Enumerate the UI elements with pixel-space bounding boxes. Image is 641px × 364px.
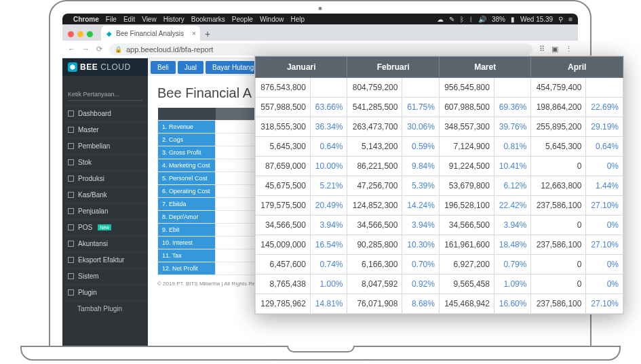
sidebar-item-label: Plugin — [78, 289, 97, 296]
checkbox-icon — [68, 289, 74, 296]
cell-value: 5,143,200 — [347, 137, 402, 157]
cell-value: 237,586,100 — [531, 235, 586, 255]
cell-percent: 10.30% — [402, 235, 440, 255]
cell-percent: 0.79% — [494, 255, 531, 275]
extension-icon[interactable]: ▣ — [551, 45, 558, 54]
cell-value: 179,575,500 — [256, 196, 311, 216]
tray-icon[interactable]: ☁ — [437, 16, 444, 23]
tab-jual[interactable]: Jual — [178, 61, 203, 74]
metric-label: 4. Marketing Cost — [158, 159, 216, 172]
metric-label: 7. Ebitda — [158, 198, 216, 211]
cell-value: 607,988,500 — [439, 98, 494, 117]
sidebar-item-kasbank[interactable]: Kas/Bank — [62, 186, 148, 203]
metric-label: 11. Tax — [158, 249, 216, 262]
logo-icon: ⬢ — [68, 62, 77, 72]
sidebar-item-sistem[interactable]: Sistem — [62, 268, 148, 284]
checkbox-icon — [68, 224, 74, 230]
sidebar-item-label: Eksport Efaktur — [78, 256, 124, 264]
spotlight-icon[interactable]: ⚲ — [558, 16, 563, 23]
cell-percent: 39.76% — [494, 117, 531, 137]
checkbox-icon — [68, 110, 74, 117]
address-bar[interactable]: 🔒 app.beecloud.id/bfa-report — [109, 43, 532, 56]
reload-button[interactable]: ⟳ — [96, 45, 102, 54]
tray-icon[interactable]: ✎ — [449, 16, 454, 23]
chrome-menu-icon[interactable]: ⋮ — [565, 45, 572, 54]
cell-percent: 1.00% — [310, 275, 347, 294]
cell-value: 34,566,500 — [256, 216, 311, 235]
financial-table: JanuariFebruariMaretApril 876,543,800804… — [255, 56, 623, 314]
menu-file[interactable]: File — [106, 16, 117, 23]
bluetooth-icon[interactable]: ᛒ — [460, 16, 464, 23]
back-button[interactable]: ← — [68, 45, 75, 54]
sidebar-item-stok[interactable]: Stok — [62, 154, 148, 170]
chrome-tabstrip: ◆ Bee Financial Analysis × + — [62, 24, 578, 41]
cell-percent: 16.54% — [310, 235, 347, 255]
notif-icon[interactable]: ≡ — [568, 16, 572, 23]
cell-value: 876,543,800 — [256, 78, 311, 98]
sidebar-item-produksi[interactable]: Produksi — [62, 170, 148, 186]
maximize-icon[interactable] — [87, 31, 93, 37]
brand-logo[interactable]: ⬢ BEECLOUD — [62, 58, 148, 76]
menu-help[interactable]: Help — [291, 16, 305, 23]
menu-people[interactable]: People — [232, 16, 253, 23]
sidebar-subitem-tambah-plugin[interactable]: Tambah Plugin — [62, 300, 148, 317]
checkbox-icon — [68, 241, 74, 247]
cell-value: 145,468,942 — [439, 294, 494, 314]
translate-icon[interactable]: ⠿ — [539, 45, 545, 54]
cell-percent: 5.21% — [310, 176, 347, 196]
browser-tab[interactable]: ◆ Bee Financial Analysis × — [101, 26, 200, 41]
cell-value: 5,645,300 — [256, 137, 311, 157]
cell-value: 34,566,500 — [347, 216, 402, 235]
cell-percent: 0% — [586, 157, 623, 176]
battery-pct: 38% — [492, 16, 505, 23]
battery-icon[interactable]: ▮ — [511, 16, 515, 23]
menu-edit[interactable]: Edit — [123, 16, 135, 23]
sidebar-item-akuntansi[interactable]: Akuntansi — [62, 235, 148, 251]
cell-value: 318,555,300 — [256, 117, 311, 137]
cell-value: 198,864,200 — [531, 98, 586, 117]
close-icon[interactable] — [68, 31, 74, 37]
menu-app[interactable]: Chrome — [73, 16, 99, 23]
menu-view[interactable]: View — [142, 16, 157, 23]
menu-window[interactable]: Window — [260, 16, 284, 23]
tab-close-icon[interactable]: × — [192, 29, 196, 37]
cell-value: 8,047,592 — [347, 275, 402, 294]
sidebar-item-eksportefaktur[interactable]: Eksport Efaktur — [62, 251, 148, 268]
cell-percent: 0.81% — [494, 137, 531, 157]
menu-history[interactable]: History — [163, 16, 184, 23]
tab-title: Bee Financial Analysis — [116, 30, 184, 37]
checkbox-icon — [68, 176, 74, 182]
cell-percent: 63.66% — [310, 98, 347, 117]
sidebar-item-penjualan[interactable]: Penjualan — [62, 203, 148, 219]
wifi-icon[interactable]: ⧙ — [469, 16, 473, 23]
volume-icon[interactable]: 🔊 — [478, 16, 486, 23]
tab-bayar-hutang[interactable]: Bayar Hutang — [206, 61, 260, 74]
sidebar-item-pembelian[interactable]: Pembelian — [62, 138, 148, 154]
sidebar-item-dashboard[interactable]: Dashboard — [62, 105, 148, 121]
cell-value: 76,071,908 — [347, 294, 402, 314]
sidebar-item-label: Sistem — [78, 272, 99, 280]
forward-button[interactable]: → — [82, 45, 90, 54]
metric-label: 10. Interest — [158, 237, 216, 249]
cell-value: 263,473,700 — [347, 117, 402, 137]
new-tab-button[interactable]: + — [200, 28, 215, 41]
sidebar-item-pos[interactable]: POSNew — [62, 219, 148, 235]
cell-percent: 10.41% — [494, 157, 531, 176]
month-header: Februari — [347, 57, 439, 78]
menu-bookmarks[interactable]: Bookmarks — [191, 16, 225, 23]
cell-value: 0 — [531, 255, 586, 275]
cell-percent: 9.84% — [402, 157, 440, 176]
minimize-icon[interactable] — [77, 31, 83, 37]
sidebar-item-plugin[interactable]: Plugin — [62, 284, 148, 300]
sidebar-item-master[interactable]: Master — [62, 121, 148, 138]
cell-value: 6,457,600 — [256, 255, 311, 275]
tab-beli[interactable]: Beli — [151, 61, 176, 74]
cell-value: 161,961,600 — [439, 235, 494, 255]
cell-percent: 0.64% — [586, 137, 623, 157]
cell-value: 8,765,438 — [256, 275, 311, 294]
cell-value: 804,759,200 — [347, 78, 402, 98]
cell-percent: 1.44% — [586, 176, 623, 196]
cell-percent: 27.10% — [586, 196, 623, 216]
window-controls — [62, 27, 98, 41]
search-input[interactable]: Ketik Pertanyaan... — [68, 88, 142, 101]
